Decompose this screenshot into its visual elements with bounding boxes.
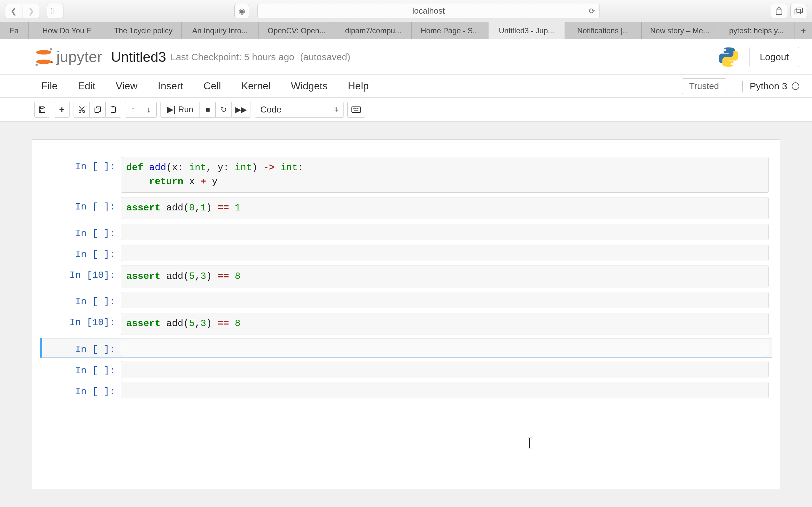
cell-prompt: In [ ]: xyxy=(44,197,121,219)
command-palette-button[interactable] xyxy=(347,102,365,118)
interrupt-button[interactable]: ■ xyxy=(200,102,215,118)
cell-prompt: In [ ]: xyxy=(44,340,121,356)
back-button[interactable]: ❮ xyxy=(5,4,21,18)
cell-input[interactable]: def add(x: int, y: int) -> int: return x… xyxy=(121,157,768,193)
share-button[interactable] xyxy=(771,4,787,18)
notebook-title[interactable]: Untitled3 xyxy=(111,49,166,65)
jupyter-page: jupyter Untitled3 Last Checkpoint: 5 hou… xyxy=(0,39,812,507)
jupyter-logo-text: jupyter xyxy=(56,48,102,66)
nav-buttons: ❮ ❯ xyxy=(5,4,39,18)
kernel-indicator[interactable]: Python 3 xyxy=(742,81,799,92)
browser-tab[interactable]: An Inquiry Into... xyxy=(182,22,258,39)
code-cell[interactable]: In [ ]:def add(x: int, y: int) -> int: r… xyxy=(40,156,772,194)
kernel-name-text: Python 3 xyxy=(750,81,787,92)
browser-tab[interactable]: Home Page - S... xyxy=(412,22,489,39)
url-bar[interactable]: localhost ⟳ xyxy=(257,4,600,18)
notebook: In [ ]:def add(x: int, y: int) -> int: r… xyxy=(32,139,780,489)
svg-rect-0 xyxy=(51,8,59,14)
website-settings-button[interactable]: ◉ xyxy=(235,4,249,18)
cell-input[interactable]: assert add(5,3) == 8 xyxy=(121,313,768,335)
menu-cell[interactable]: Cell xyxy=(204,80,221,92)
browser-tab[interactable]: New story – Me... xyxy=(642,22,718,39)
cell-input[interactable] xyxy=(121,224,768,240)
add-cell-button[interactable]: + xyxy=(54,102,70,118)
checkpoint-text: Last Checkpoint: 5 hours ago xyxy=(171,52,294,62)
paste-button[interactable] xyxy=(105,102,121,118)
svg-rect-9 xyxy=(40,110,44,112)
svg-point-6 xyxy=(724,49,726,51)
notebook-scroll-area[interactable]: In [ ]:def add(x: int, y: int) -> int: r… xyxy=(0,122,812,507)
menu-edit[interactable]: Edit xyxy=(78,80,96,92)
browser-tab[interactable]: Notifications |... xyxy=(565,22,642,39)
cell-type-value: Code xyxy=(260,105,281,115)
new-tab-button[interactable]: + xyxy=(795,22,812,39)
svg-point-7 xyxy=(731,63,733,65)
cell-prompt: In [ ]: xyxy=(44,157,121,193)
jupyter-logo-icon xyxy=(35,48,53,66)
cell-input[interactable] xyxy=(121,340,768,356)
move-down-button[interactable]: ↓ xyxy=(141,102,157,118)
code-cell[interactable]: In [ ]:assert add(0,1) == 1 xyxy=(40,196,772,221)
python-logo-icon xyxy=(717,46,740,68)
svg-rect-14 xyxy=(95,108,99,112)
menu-help[interactable]: Help xyxy=(348,80,369,92)
jupyter-header: jupyter Untitled3 Last Checkpoint: 5 hou… xyxy=(0,39,812,75)
browser-right-tools xyxy=(771,4,807,18)
code-cell[interactable]: In [ ]: xyxy=(40,338,772,358)
cell-input[interactable]: assert add(0,1) == 1 xyxy=(121,197,768,219)
cell-prompt: In [10]: xyxy=(44,313,121,335)
cell-input[interactable] xyxy=(121,361,768,377)
cell-type-select[interactable]: Code ⇅ xyxy=(255,102,344,118)
svg-rect-16 xyxy=(112,106,114,107)
svg-rect-15 xyxy=(111,107,115,112)
move-up-button[interactable]: ↑ xyxy=(125,102,141,118)
logout-button[interactable]: Logout xyxy=(749,47,799,67)
browser-tab[interactable]: The 1cycle policy xyxy=(105,22,182,39)
code-cell[interactable]: In [ ]: xyxy=(40,243,772,262)
code-cell[interactable]: In [ ]: xyxy=(40,222,772,241)
kernel-status-icon xyxy=(792,82,799,90)
browser-tab[interactable]: dipam7/compu... xyxy=(335,22,412,39)
svg-rect-17 xyxy=(352,107,361,112)
menu-view[interactable]: View xyxy=(116,80,138,92)
cell-input[interactable] xyxy=(121,292,768,308)
cell-prompt: In [ ]: xyxy=(44,292,121,308)
sidebar-toggle-button[interactable] xyxy=(47,4,63,18)
trusted-indicator[interactable]: Trusted xyxy=(682,78,726,94)
code-cell[interactable]: In [10]:assert add(5,3) == 8 xyxy=(40,264,772,289)
code-cell[interactable]: In [ ]: xyxy=(40,381,772,400)
menu-file[interactable]: File xyxy=(41,80,58,92)
cell-prompt: In [ ]: xyxy=(44,224,121,240)
save-button[interactable] xyxy=(34,102,50,118)
browser-tab[interactable]: OpenCV: Open... xyxy=(258,22,335,39)
browser-tab[interactable]: How Do You F xyxy=(29,22,105,39)
restart-run-all-button[interactable]: ▶▶ xyxy=(231,102,251,118)
reload-icon[interactable]: ⟳ xyxy=(589,7,595,15)
cell-prompt: In [10]: xyxy=(44,266,121,288)
tabs-button[interactable] xyxy=(791,4,807,18)
cell-input[interactable] xyxy=(121,382,768,398)
run-button[interactable]: ▶| Run xyxy=(160,102,200,118)
svg-rect-4 xyxy=(795,9,801,14)
menu-widgets[interactable]: Widgets xyxy=(291,80,328,92)
url-text: localhost xyxy=(412,6,445,16)
cell-prompt: In [ ]: xyxy=(44,361,121,377)
chevron-updown-icon: ⇅ xyxy=(334,106,338,113)
cell-prompt: In [ ]: xyxy=(44,245,121,261)
tab-strip: FaHow Do You FThe 1cycle policyAn Inquir… xyxy=(0,22,812,39)
browser-tab[interactable]: Fa xyxy=(0,22,29,39)
restart-button[interactable]: ↻ xyxy=(215,102,231,118)
browser-tab[interactable]: Untitled3 - Jup... xyxy=(489,22,565,39)
code-cell[interactable]: In [ ]: xyxy=(40,360,772,379)
cut-button[interactable] xyxy=(73,102,90,118)
browser-tab[interactable]: pytest: helps y... xyxy=(718,22,795,39)
forward-button[interactable]: ❯ xyxy=(23,4,39,18)
menu-kernel[interactable]: Kernel xyxy=(241,80,271,92)
code-cell[interactable]: In [10]:assert add(5,3) == 8 xyxy=(40,312,772,336)
copy-button[interactable] xyxy=(90,102,105,118)
cell-input[interactable]: assert add(5,3) == 8 xyxy=(121,266,768,288)
menu-insert[interactable]: Insert xyxy=(158,80,183,92)
cell-input[interactable] xyxy=(121,245,768,261)
code-cell[interactable]: In [ ]: xyxy=(40,291,772,309)
jupyter-logo[interactable]: jupyter xyxy=(35,48,102,66)
